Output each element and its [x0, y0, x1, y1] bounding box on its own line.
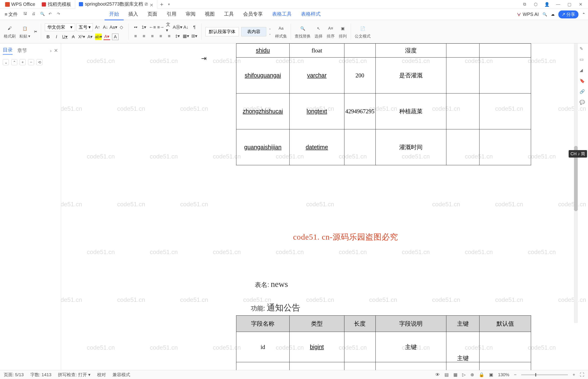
sidebar-tab-outline[interactable]: 目录 — [3, 47, 13, 55]
spell-check-status[interactable]: 拼写检查: 打开 ▾ — [58, 372, 91, 378]
fields-table-2[interactable]: 字段名称 类型 长度 字段说明 主键 默认值 id bigint 主键 主键 a… — [236, 315, 531, 371]
zoom-thumb[interactable] — [535, 373, 536, 377]
proofing-button[interactable]: 校对 — [97, 372, 106, 378]
bookmark-icon[interactable]: 🔖 — [580, 78, 586, 85]
justify-icon[interactable]: ≡ — [157, 33, 164, 39]
tab-document[interactable]: springboot25773数据库文档 ⎚ ✕ — [75, 0, 157, 9]
comment-icon[interactable]: 💬 — [580, 100, 586, 106]
word-count[interactable]: 字数: 1413 — [30, 372, 51, 378]
bold-button[interactable]: B — [45, 33, 51, 40]
phonetic-button[interactable]: A▾ — [87, 33, 93, 40]
strike-button[interactable]: A — [70, 33, 77, 40]
select-icon[interactable]: ▭ — [580, 57, 586, 63]
align-left-icon[interactable]: ≡ — [132, 33, 139, 39]
view-eye-icon[interactable]: 👁 — [436, 372, 440, 377]
paste-group[interactable]: 📋 粘贴 ▾ — [19, 24, 30, 39]
fullscreen-icon[interactable]: ⛶ — [580, 372, 584, 377]
view-read-icon[interactable]: ▷ — [462, 372, 466, 377]
view-outline-icon[interactable]: ▦ — [453, 372, 458, 377]
close-icon[interactable]: ✕ — [150, 2, 153, 6]
sidebar-expand-icon[interactable]: › — [50, 48, 51, 53]
sort-group[interactable]: A≡ 排序 — [326, 24, 335, 39]
app-icon-2[interactable]: ⬡ — [533, 1, 539, 8]
line-spacing-icon[interactable]: ‡▾ — [174, 33, 181, 39]
font-size-select[interactable]: 五号 ▾ — [77, 23, 93, 31]
zoom-value[interactable]: 130% — [498, 372, 509, 377]
cloud-icon[interactable]: ☁ — [551, 12, 555, 16]
increase-font-icon[interactable]: A↑ — [94, 24, 101, 31]
tab-review[interactable]: 审阅 — [181, 8, 200, 20]
find-replace-group[interactable]: 🔍 查找替换 — [295, 24, 311, 39]
tab-member[interactable]: 会员专享 — [238, 8, 268, 20]
clear-format-icon[interactable]: ◇ — [118, 24, 125, 31]
chevron-down-icon[interactable]: ▾ — [28, 34, 30, 39]
align-center-icon[interactable]: ≡ — [141, 33, 147, 39]
change-case-icon[interactable]: Aa▾ — [110, 24, 117, 31]
underline-button[interactable]: U▾ — [62, 33, 68, 40]
avatar[interactable]: 👤 — [544, 1, 550, 8]
zoom-in-icon[interactable]: + — [572, 372, 575, 377]
bullets-icon[interactable]: ⦁▾ — [132, 24, 139, 31]
zoom-slider[interactable] — [521, 374, 568, 375]
tab-page[interactable]: 页面 — [143, 8, 162, 20]
table-content-style[interactable]: 表内容 — [241, 27, 266, 36]
superscript-button[interactable]: X²▾ — [78, 33, 85, 40]
borders-icon[interactable]: ⊞▾ — [191, 33, 198, 39]
highlight-icon[interactable]: ◢ — [580, 68, 586, 74]
preview-icon[interactable]: 🔍 — [40, 12, 46, 17]
wps-ai-button[interactable]: WPS AI — [517, 12, 539, 17]
shading-icon[interactable]: ▦▾ — [183, 33, 189, 39]
style-nav-icon[interactable]: ⌃⌄ — [269, 28, 271, 35]
highlight-button[interactable]: ab▾ — [95, 33, 102, 40]
tab-tools[interactable]: 工具 — [219, 8, 238, 20]
asian-layout-icon[interactable]: Aⓐ▾ — [174, 24, 181, 31]
font-name-select[interactable]: 华文仿宋 ▾ — [45, 23, 75, 31]
default-para-font-style[interactable]: 默认段落字体 — [205, 27, 239, 36]
arrange-group[interactable]: ▣ 排列 — [338, 24, 347, 39]
save-icon[interactable]: 🖫 — [23, 12, 29, 17]
pen-icon[interactable]: ✎ — [580, 46, 586, 53]
tab-menu-icon[interactable]: ▾ — [168, 2, 170, 7]
collapse-all-icon[interactable]: ⌄ — [3, 59, 9, 65]
collapse-ribbon-icon[interactable]: ⌃ — [582, 12, 585, 16]
new-tab-button[interactable]: + — [157, 1, 166, 8]
tab-start[interactable]: 开始 — [104, 8, 124, 20]
tab-tablestyle[interactable]: 表格样式 — [296, 8, 325, 20]
tab-view[interactable]: 视图 — [200, 8, 219, 20]
share-button[interactable]: ↗ 分享 — [558, 11, 578, 18]
style-set-group[interactable]: Aa 样式集 — [275, 24, 287, 39]
tab-tabletools[interactable]: 表格工具 — [268, 8, 296, 20]
minimize-icon[interactable]: — — [555, 1, 561, 8]
format-painter-group[interactable]: 🖌 格式刷 — [4, 24, 16, 39]
view-web-icon[interactable]: ⊕ — [470, 372, 474, 377]
text-direction-icon[interactable]: 文▾ — [166, 24, 172, 31]
tab-insert[interactable]: 插入 — [124, 8, 143, 20]
vertical-scrollbar[interactable] — [574, 43, 578, 323]
document-canvas[interactable]: code51.cn code51.cn code51.cn code51.cn … — [61, 43, 588, 371]
zoom-out-icon[interactable]: − — [514, 372, 517, 377]
numbering-icon[interactable]: 1▾ — [141, 24, 147, 31]
align-right-icon[interactable]: ≡ — [149, 33, 156, 39]
expand-all-icon[interactable]: ⌃ — [11, 59, 17, 65]
show-marks-icon[interactable]: ¶ — [191, 24, 198, 31]
print-icon[interactable]: 🖨 — [32, 12, 37, 17]
font-color-button[interactable]: A▾ — [104, 33, 110, 40]
gongwen-group[interactable]: 📄 公文模式 — [355, 24, 370, 39]
add-icon[interactable]: + — [20, 59, 26, 65]
view-page-icon[interactable]: ▤ — [444, 372, 449, 377]
view-lock-icon[interactable]: 🔒 — [479, 372, 484, 377]
page-indicator[interactable]: 页面: 5/13 — [4, 372, 24, 378]
close-window-icon[interactable]: ✕ — [577, 1, 584, 8]
undo-icon[interactable]: ↶ — [49, 12, 54, 17]
indent-marker-icon[interactable]: ⇥ — [201, 55, 206, 62]
tab-template[interactable]: 找稻壳模板 — [38, 0, 75, 9]
zoom-fit-icon[interactable]: ▣ — [489, 372, 493, 377]
redo-icon[interactable]: ↷ — [57, 12, 63, 17]
outdent-icon[interactable]: ←≡ — [149, 24, 156, 31]
tab-ref[interactable]: 引用 — [162, 8, 181, 20]
fields-table-1[interactable]: shidu float 湿度 shifouguangai varchar 200… — [236, 43, 531, 165]
char-border-button[interactable]: A — [112, 33, 118, 40]
search-icon[interactable]: 🔍 — [542, 12, 547, 16]
app-icon-1[interactable]: ⧉ — [521, 1, 528, 8]
distribute-icon[interactable]: ≡ — [166, 33, 172, 39]
